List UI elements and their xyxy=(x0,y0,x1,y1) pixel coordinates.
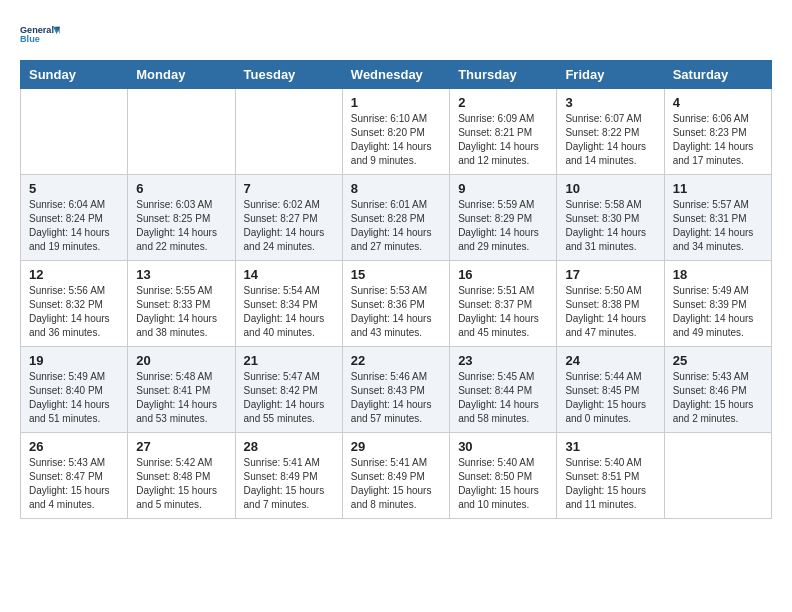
day-info: Sunrise: 6:09 AM Sunset: 8:21 PM Dayligh… xyxy=(458,112,548,168)
calendar-cell: 27Sunrise: 5:42 AM Sunset: 8:48 PM Dayli… xyxy=(128,433,235,519)
calendar-cell: 19Sunrise: 5:49 AM Sunset: 8:40 PM Dayli… xyxy=(21,347,128,433)
calendar-cell: 25Sunrise: 5:43 AM Sunset: 8:46 PM Dayli… xyxy=(664,347,771,433)
calendar-week-3: 19Sunrise: 5:49 AM Sunset: 8:40 PM Dayli… xyxy=(21,347,772,433)
day-info: Sunrise: 5:40 AM Sunset: 8:50 PM Dayligh… xyxy=(458,456,548,512)
calendar-cell: 20Sunrise: 5:48 AM Sunset: 8:41 PM Dayli… xyxy=(128,347,235,433)
day-info: Sunrise: 5:43 AM Sunset: 8:47 PM Dayligh… xyxy=(29,456,119,512)
day-number: 20 xyxy=(136,353,226,368)
day-info: Sunrise: 5:59 AM Sunset: 8:29 PM Dayligh… xyxy=(458,198,548,254)
day-info: Sunrise: 5:40 AM Sunset: 8:51 PM Dayligh… xyxy=(565,456,655,512)
day-info: Sunrise: 6:03 AM Sunset: 8:25 PM Dayligh… xyxy=(136,198,226,254)
day-info: Sunrise: 5:58 AM Sunset: 8:30 PM Dayligh… xyxy=(565,198,655,254)
calendar-cell: 21Sunrise: 5:47 AM Sunset: 8:42 PM Dayli… xyxy=(235,347,342,433)
day-info: Sunrise: 6:07 AM Sunset: 8:22 PM Dayligh… xyxy=(565,112,655,168)
day-info: Sunrise: 5:47 AM Sunset: 8:42 PM Dayligh… xyxy=(244,370,334,426)
day-number: 26 xyxy=(29,439,119,454)
col-header-saturday: Saturday xyxy=(664,61,771,89)
day-info: Sunrise: 5:49 AM Sunset: 8:40 PM Dayligh… xyxy=(29,370,119,426)
day-info: Sunrise: 6:04 AM Sunset: 8:24 PM Dayligh… xyxy=(29,198,119,254)
calendar-cell: 13Sunrise: 5:55 AM Sunset: 8:33 PM Dayli… xyxy=(128,261,235,347)
svg-text:General: General xyxy=(20,25,54,35)
calendar-cell: 23Sunrise: 5:45 AM Sunset: 8:44 PM Dayli… xyxy=(450,347,557,433)
day-number: 11 xyxy=(673,181,763,196)
day-number: 12 xyxy=(29,267,119,282)
day-number: 29 xyxy=(351,439,441,454)
calendar-cell: 8Sunrise: 6:01 AM Sunset: 8:28 PM Daylig… xyxy=(342,175,449,261)
day-number: 16 xyxy=(458,267,548,282)
logo-icon: General Blue xyxy=(20,20,60,48)
calendar-week-4: 26Sunrise: 5:43 AM Sunset: 8:47 PM Dayli… xyxy=(21,433,772,519)
day-number: 13 xyxy=(136,267,226,282)
calendar-cell: 1Sunrise: 6:10 AM Sunset: 8:20 PM Daylig… xyxy=(342,89,449,175)
calendar-cell: 11Sunrise: 5:57 AM Sunset: 8:31 PM Dayli… xyxy=(664,175,771,261)
calendar-cell: 4Sunrise: 6:06 AM Sunset: 8:23 PM Daylig… xyxy=(664,89,771,175)
svg-text:Blue: Blue xyxy=(20,34,40,44)
day-info: Sunrise: 6:06 AM Sunset: 8:23 PM Dayligh… xyxy=(673,112,763,168)
calendar-cell: 15Sunrise: 5:53 AM Sunset: 8:36 PM Dayli… xyxy=(342,261,449,347)
day-number: 25 xyxy=(673,353,763,368)
calendar-cell xyxy=(21,89,128,175)
day-info: Sunrise: 5:46 AM Sunset: 8:43 PM Dayligh… xyxy=(351,370,441,426)
day-info: Sunrise: 5:48 AM Sunset: 8:41 PM Dayligh… xyxy=(136,370,226,426)
day-info: Sunrise: 5:42 AM Sunset: 8:48 PM Dayligh… xyxy=(136,456,226,512)
calendar-cell: 28Sunrise: 5:41 AM Sunset: 8:49 PM Dayli… xyxy=(235,433,342,519)
calendar-header-row: SundayMondayTuesdayWednesdayThursdayFrid… xyxy=(21,61,772,89)
day-number: 6 xyxy=(136,181,226,196)
day-info: Sunrise: 5:45 AM Sunset: 8:44 PM Dayligh… xyxy=(458,370,548,426)
day-info: Sunrise: 5:41 AM Sunset: 8:49 PM Dayligh… xyxy=(351,456,441,512)
day-number: 17 xyxy=(565,267,655,282)
day-number: 31 xyxy=(565,439,655,454)
day-info: Sunrise: 5:57 AM Sunset: 8:31 PM Dayligh… xyxy=(673,198,763,254)
day-info: Sunrise: 5:49 AM Sunset: 8:39 PM Dayligh… xyxy=(673,284,763,340)
day-info: Sunrise: 5:51 AM Sunset: 8:37 PM Dayligh… xyxy=(458,284,548,340)
col-header-wednesday: Wednesday xyxy=(342,61,449,89)
day-info: Sunrise: 5:55 AM Sunset: 8:33 PM Dayligh… xyxy=(136,284,226,340)
calendar-cell: 18Sunrise: 5:49 AM Sunset: 8:39 PM Dayli… xyxy=(664,261,771,347)
calendar-cell: 5Sunrise: 6:04 AM Sunset: 8:24 PM Daylig… xyxy=(21,175,128,261)
day-number: 18 xyxy=(673,267,763,282)
calendar-table: SundayMondayTuesdayWednesdayThursdayFrid… xyxy=(20,60,772,519)
day-number: 28 xyxy=(244,439,334,454)
day-info: Sunrise: 5:43 AM Sunset: 8:46 PM Dayligh… xyxy=(673,370,763,426)
calendar-week-1: 5Sunrise: 6:04 AM Sunset: 8:24 PM Daylig… xyxy=(21,175,772,261)
day-number: 22 xyxy=(351,353,441,368)
day-number: 1 xyxy=(351,95,441,110)
day-number: 9 xyxy=(458,181,548,196)
day-number: 8 xyxy=(351,181,441,196)
day-number: 24 xyxy=(565,353,655,368)
calendar-cell: 10Sunrise: 5:58 AM Sunset: 8:30 PM Dayli… xyxy=(557,175,664,261)
calendar-cell: 30Sunrise: 5:40 AM Sunset: 8:50 PM Dayli… xyxy=(450,433,557,519)
day-info: Sunrise: 6:10 AM Sunset: 8:20 PM Dayligh… xyxy=(351,112,441,168)
day-number: 30 xyxy=(458,439,548,454)
col-header-thursday: Thursday xyxy=(450,61,557,89)
logo: General Blue xyxy=(20,20,60,50)
day-info: Sunrise: 5:56 AM Sunset: 8:32 PM Dayligh… xyxy=(29,284,119,340)
calendar-week-2: 12Sunrise: 5:56 AM Sunset: 8:32 PM Dayli… xyxy=(21,261,772,347)
calendar-cell: 17Sunrise: 5:50 AM Sunset: 8:38 PM Dayli… xyxy=(557,261,664,347)
calendar-cell: 31Sunrise: 5:40 AM Sunset: 8:51 PM Dayli… xyxy=(557,433,664,519)
calendar-cell: 7Sunrise: 6:02 AM Sunset: 8:27 PM Daylig… xyxy=(235,175,342,261)
col-header-friday: Friday xyxy=(557,61,664,89)
calendar-cell: 26Sunrise: 5:43 AM Sunset: 8:47 PM Dayli… xyxy=(21,433,128,519)
day-number: 5 xyxy=(29,181,119,196)
day-number: 23 xyxy=(458,353,548,368)
calendar-week-0: 1Sunrise: 6:10 AM Sunset: 8:20 PM Daylig… xyxy=(21,89,772,175)
day-number: 19 xyxy=(29,353,119,368)
day-number: 15 xyxy=(351,267,441,282)
calendar-cell: 24Sunrise: 5:44 AM Sunset: 8:45 PM Dayli… xyxy=(557,347,664,433)
day-number: 14 xyxy=(244,267,334,282)
day-number: 21 xyxy=(244,353,334,368)
calendar-cell: 29Sunrise: 5:41 AM Sunset: 8:49 PM Dayli… xyxy=(342,433,449,519)
calendar-cell: 14Sunrise: 5:54 AM Sunset: 8:34 PM Dayli… xyxy=(235,261,342,347)
calendar-cell: 9Sunrise: 5:59 AM Sunset: 8:29 PM Daylig… xyxy=(450,175,557,261)
day-number: 7 xyxy=(244,181,334,196)
day-number: 4 xyxy=(673,95,763,110)
col-header-sunday: Sunday xyxy=(21,61,128,89)
day-number: 10 xyxy=(565,181,655,196)
calendar-cell: 12Sunrise: 5:56 AM Sunset: 8:32 PM Dayli… xyxy=(21,261,128,347)
calendar-cell xyxy=(664,433,771,519)
day-info: Sunrise: 5:54 AM Sunset: 8:34 PM Dayligh… xyxy=(244,284,334,340)
calendar-cell xyxy=(235,89,342,175)
day-info: Sunrise: 6:02 AM Sunset: 8:27 PM Dayligh… xyxy=(244,198,334,254)
calendar-cell: 6Sunrise: 6:03 AM Sunset: 8:25 PM Daylig… xyxy=(128,175,235,261)
